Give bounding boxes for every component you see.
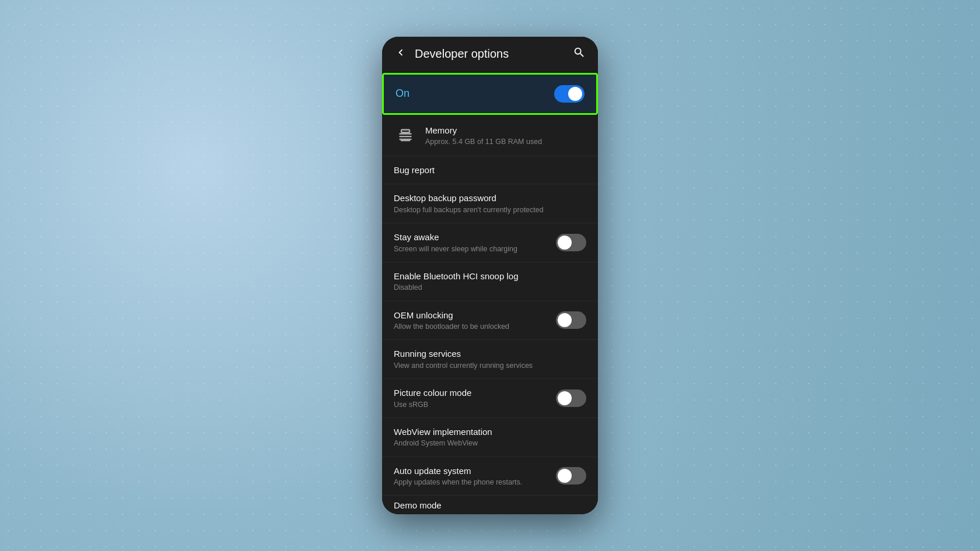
running-services-subtitle: View and control currently running servi…: [394, 361, 586, 370]
webview-text: WebView implementation Android System We…: [394, 426, 586, 448]
memory-subtitle: Approx. 5.4 GB of 11 GB RAM used: [425, 137, 586, 146]
auto-update-text: Auto update system Apply updates when th…: [394, 465, 549, 487]
phone-container: Developer options On Memory Approx. 5.4 …: [382, 37, 598, 515]
stay-awake-title: Stay awake: [394, 231, 549, 243]
header: Developer options: [382, 37, 598, 72]
webview-subtitle: Android System WebView: [394, 438, 586, 448]
bluetooth-hci-subtitle: Disabled: [394, 283, 586, 292]
setting-item-desktop-backup[interactable]: Desktop backup password Desktop full bac…: [382, 184, 598, 223]
oem-unlocking-text: OEM unlocking Allow the bootloader to be…: [394, 310, 549, 332]
setting-item-bluetooth-hci[interactable]: Enable Bluetooth HCI snoop log Disabled: [382, 262, 598, 301]
setting-item-auto-update[interactable]: Auto update system Apply updates when th…: [382, 457, 598, 496]
webview-title: WebView implementation: [394, 426, 586, 438]
running-services-text: Running services View and control curren…: [394, 348, 586, 370]
memory-icon: [394, 124, 417, 148]
auto-update-toggle[interactable]: [556, 467, 586, 485]
stay-awake-subtitle: Screen will never sleep while charging: [394, 244, 549, 254]
setting-item-picture-colour[interactable]: Picture colour mode Use sRGB: [382, 379, 598, 418]
memory-title: Memory: [425, 125, 586, 136]
setting-item-stay-awake[interactable]: Stay awake Screen will never sleep while…: [382, 223, 598, 262]
demo-mode-title: Demo mode: [394, 500, 586, 511]
oem-unlocking-subtitle: Allow the bootloader to be unlocked: [394, 322, 549, 331]
demo-mode-text: Demo mode: [394, 500, 586, 511]
oem-unlocking-toggle[interactable]: [556, 311, 586, 329]
setting-item-webview[interactable]: WebView implementation Android System We…: [382, 418, 598, 457]
picture-colour-subtitle: Use sRGB: [394, 400, 549, 409]
developer-options-toggle-section[interactable]: On: [382, 73, 598, 115]
desktop-backup-title: Desktop backup password: [394, 192, 586, 204]
bluetooth-hci-title: Enable Bluetooth HCI snoop log: [394, 271, 586, 282]
running-services-title: Running services: [394, 348, 586, 360]
bug-report-title: Bug report: [394, 164, 586, 176]
picture-colour-text: Picture colour mode Use sRGB: [394, 387, 549, 409]
developer-options-toggle[interactable]: [554, 85, 584, 103]
oem-unlocking-title: OEM unlocking: [394, 310, 549, 321]
auto-update-title: Auto update system: [394, 465, 549, 477]
setting-item-bug-report[interactable]: Bug report: [382, 156, 598, 185]
memory-text: Memory Approx. 5.4 GB of 11 GB RAM used: [425, 125, 586, 147]
setting-item-oem-unlocking[interactable]: OEM unlocking Allow the bootloader to be…: [382, 301, 598, 341]
setting-item-memory[interactable]: Memory Approx. 5.4 GB of 11 GB RAM used: [382, 116, 598, 156]
page-title: Developer options: [415, 47, 570, 61]
stay-awake-text: Stay awake Screen will never sleep while…: [394, 231, 549, 254]
picture-colour-toggle[interactable]: [556, 389, 586, 407]
on-label: On: [396, 87, 410, 100]
setting-item-running-services[interactable]: Running services View and control curren…: [382, 340, 598, 379]
search-icon[interactable]: [570, 46, 589, 62]
desktop-backup-subtitle: Desktop full backups aren't currently pr…: [394, 205, 586, 215]
picture-colour-title: Picture colour mode: [394, 387, 549, 399]
desktop-backup-text: Desktop backup password Desktop full bac…: [394, 192, 586, 215]
bluetooth-hci-text: Enable Bluetooth HCI snoop log Disabled: [394, 271, 586, 293]
stay-awake-toggle[interactable]: [556, 234, 586, 251]
settings-list: Memory Approx. 5.4 GB of 11 GB RAM used …: [382, 116, 598, 515]
bug-report-text: Bug report: [394, 164, 586, 176]
auto-update-subtitle: Apply updates when the phone restarts.: [394, 478, 549, 487]
back-icon[interactable]: [391, 46, 410, 62]
setting-item-demo-mode[interactable]: Demo mode: [382, 496, 598, 514]
